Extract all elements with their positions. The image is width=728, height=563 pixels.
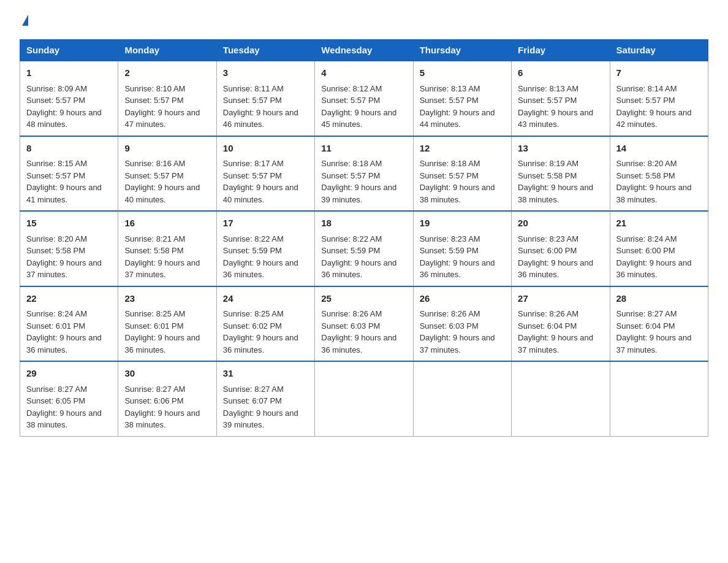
day-info: Sunrise: 8:17 AMSunset: 5:57 PMDaylight:… — [223, 158, 308, 205]
week-row-1: 1Sunrise: 8:09 AMSunset: 5:57 PMDaylight… — [20, 61, 708, 136]
day-cell: 9Sunrise: 8:16 AMSunset: 5:57 PMDaylight… — [118, 136, 216, 212]
day-info: Sunrise: 8:18 AMSunset: 5:57 PMDaylight:… — [420, 158, 505, 205]
day-cell — [315, 361, 413, 436]
day-info: Sunrise: 8:26 AMSunset: 6:03 PMDaylight:… — [321, 308, 406, 356]
day-number: 24 — [223, 292, 308, 306]
day-cell: 16Sunrise: 8:21 AMSunset: 5:58 PMDayligh… — [118, 211, 216, 286]
day-cell: 13Sunrise: 8:19 AMSunset: 5:58 PMDayligh… — [512, 136, 610, 212]
day-info: Sunrise: 8:22 AMSunset: 5:59 PMDaylight:… — [223, 233, 308, 281]
header-cell-tuesday: Tuesday — [216, 40, 314, 61]
day-cell: 22Sunrise: 8:24 AMSunset: 6:01 PMDayligh… — [20, 286, 118, 362]
day-cell: 25Sunrise: 8:26 AMSunset: 6:03 PMDayligh… — [315, 286, 413, 362]
day-number: 18 — [321, 216, 406, 231]
day-number: 3 — [223, 66, 308, 80]
day-info: Sunrise: 8:18 AMSunset: 5:57 PMDaylight:… — [321, 158, 406, 205]
day-number: 29 — [26, 367, 112, 381]
day-number: 8 — [26, 142, 112, 156]
day-cell: 31Sunrise: 8:27 AMSunset: 6:07 PMDayligh… — [216, 361, 314, 436]
day-cell: 4Sunrise: 8:12 AMSunset: 5:57 PMDaylight… — [315, 61, 413, 136]
day-info: Sunrise: 8:23 AMSunset: 6:00 PMDaylight:… — [518, 233, 603, 281]
week-row-3: 15Sunrise: 8:20 AMSunset: 5:58 PMDayligh… — [20, 211, 708, 286]
day-info: Sunrise: 8:13 AMSunset: 5:57 PMDaylight:… — [518, 83, 603, 131]
day-cell: 12Sunrise: 8:18 AMSunset: 5:57 PMDayligh… — [413, 136, 511, 212]
day-number: 31 — [223, 367, 308, 381]
day-number: 22 — [26, 292, 112, 306]
day-info: Sunrise: 8:15 AMSunset: 5:57 PMDaylight:… — [26, 158, 112, 205]
day-info: Sunrise: 8:27 AMSunset: 6:06 PMDaylight:… — [124, 383, 210, 431]
day-cell: 5Sunrise: 8:13 AMSunset: 5:57 PMDaylight… — [413, 61, 511, 136]
day-info: Sunrise: 8:22 AMSunset: 5:59 PMDaylight:… — [321, 233, 406, 281]
day-info: Sunrise: 8:25 AMSunset: 6:01 PMDaylight:… — [124, 308, 210, 356]
day-number: 1 — [26, 66, 112, 80]
calendar-table: SundayMondayTuesdayWednesdayThursdayFrid… — [20, 39, 708, 437]
day-cell: 21Sunrise: 8:24 AMSunset: 6:00 PMDayligh… — [610, 211, 708, 286]
day-cell: 14Sunrise: 8:20 AMSunset: 5:58 PMDayligh… — [610, 136, 708, 212]
header-cell-thursday: Thursday — [413, 40, 511, 61]
day-info: Sunrise: 8:19 AMSunset: 5:58 PMDaylight:… — [518, 158, 603, 205]
day-info: Sunrise: 8:12 AMSunset: 5:57 PMDaylight:… — [321, 83, 406, 131]
day-info: Sunrise: 8:20 AMSunset: 5:58 PMDaylight:… — [26, 233, 112, 281]
day-cell: 10Sunrise: 8:17 AMSunset: 5:57 PMDayligh… — [216, 136, 314, 212]
day-info: Sunrise: 8:27 AMSunset: 6:07 PMDaylight:… — [223, 383, 308, 431]
week-row-2: 8Sunrise: 8:15 AMSunset: 5:57 PMDaylight… — [20, 136, 708, 212]
day-cell: 23Sunrise: 8:25 AMSunset: 6:01 PMDayligh… — [118, 286, 216, 362]
day-info: Sunrise: 8:16 AMSunset: 5:57 PMDaylight:… — [124, 158, 210, 205]
day-number: 27 — [518, 292, 603, 306]
header-cell-monday: Monday — [118, 40, 216, 61]
day-number: 20 — [518, 216, 603, 231]
day-info: Sunrise: 8:10 AMSunset: 5:57 PMDaylight:… — [124, 83, 210, 131]
day-number: 6 — [518, 66, 603, 80]
day-number: 17 — [223, 216, 308, 231]
header-row: SundayMondayTuesdayWednesdayThursdayFrid… — [20, 40, 708, 61]
day-cell: 27Sunrise: 8:26 AMSunset: 6:04 PMDayligh… — [512, 286, 610, 362]
day-cell: 26Sunrise: 8:26 AMSunset: 6:03 PMDayligh… — [413, 286, 511, 362]
day-info: Sunrise: 8:13 AMSunset: 5:57 PMDaylight:… — [420, 83, 505, 131]
day-info: Sunrise: 8:25 AMSunset: 6:02 PMDaylight:… — [223, 308, 308, 356]
day-info: Sunrise: 8:21 AMSunset: 5:58 PMDaylight:… — [124, 233, 210, 281]
day-cell: 19Sunrise: 8:23 AMSunset: 5:59 PMDayligh… — [413, 211, 511, 286]
day-cell: 29Sunrise: 8:27 AMSunset: 6:05 PMDayligh… — [20, 361, 118, 436]
day-cell: 6Sunrise: 8:13 AMSunset: 5:57 PMDaylight… — [512, 61, 610, 136]
day-info: Sunrise: 8:27 AMSunset: 6:04 PMDaylight:… — [616, 308, 702, 356]
day-cell: 24Sunrise: 8:25 AMSunset: 6:02 PMDayligh… — [216, 286, 314, 362]
day-cell: 2Sunrise: 8:10 AMSunset: 5:57 PMDaylight… — [118, 61, 216, 136]
day-number: 25 — [321, 292, 406, 306]
day-cell — [512, 361, 610, 436]
day-number: 2 — [124, 66, 210, 80]
header-cell-wednesday: Wednesday — [315, 40, 413, 61]
day-info: Sunrise: 8:11 AMSunset: 5:57 PMDaylight:… — [223, 83, 308, 131]
day-number: 26 — [420, 292, 505, 306]
day-cell: 1Sunrise: 8:09 AMSunset: 5:57 PMDaylight… — [20, 61, 118, 136]
day-number: 19 — [420, 216, 505, 231]
header-cell-sunday: Sunday — [20, 40, 118, 61]
day-number: 9 — [124, 142, 210, 156]
page-header — [20, 15, 708, 27]
day-cell: 18Sunrise: 8:22 AMSunset: 5:59 PMDayligh… — [315, 211, 413, 286]
day-number: 4 — [321, 66, 406, 80]
day-number: 28 — [616, 292, 702, 306]
day-cell: 30Sunrise: 8:27 AMSunset: 6:06 PMDayligh… — [118, 361, 216, 436]
day-number: 21 — [616, 216, 702, 231]
week-row-4: 22Sunrise: 8:24 AMSunset: 6:01 PMDayligh… — [20, 286, 708, 362]
logo-triangle-icon — [22, 15, 28, 26]
day-number: 23 — [124, 292, 210, 306]
day-info: Sunrise: 8:14 AMSunset: 5:57 PMDaylight:… — [616, 83, 702, 131]
header-cell-friday: Friday — [512, 40, 610, 61]
day-info: Sunrise: 8:24 AMSunset: 6:00 PMDaylight:… — [616, 233, 702, 281]
day-number: 30 — [124, 367, 210, 381]
header-cell-saturday: Saturday — [610, 40, 708, 61]
day-number: 10 — [223, 142, 308, 156]
day-info: Sunrise: 8:27 AMSunset: 6:05 PMDaylight:… — [26, 383, 112, 431]
day-cell: 11Sunrise: 8:18 AMSunset: 5:57 PMDayligh… — [315, 136, 413, 212]
day-info: Sunrise: 8:09 AMSunset: 5:57 PMDaylight:… — [26, 83, 112, 131]
day-info: Sunrise: 8:26 AMSunset: 6:04 PMDaylight:… — [518, 308, 603, 356]
day-cell — [413, 361, 511, 436]
day-info: Sunrise: 8:20 AMSunset: 5:58 PMDaylight:… — [616, 158, 702, 205]
day-number: 12 — [420, 142, 505, 156]
day-cell: 8Sunrise: 8:15 AMSunset: 5:57 PMDaylight… — [20, 136, 118, 212]
day-cell — [610, 361, 708, 436]
day-cell: 28Sunrise: 8:27 AMSunset: 6:04 PMDayligh… — [610, 286, 708, 362]
day-number: 14 — [616, 142, 702, 156]
day-number: 5 — [420, 66, 505, 80]
day-cell: 7Sunrise: 8:14 AMSunset: 5:57 PMDaylight… — [610, 61, 708, 136]
